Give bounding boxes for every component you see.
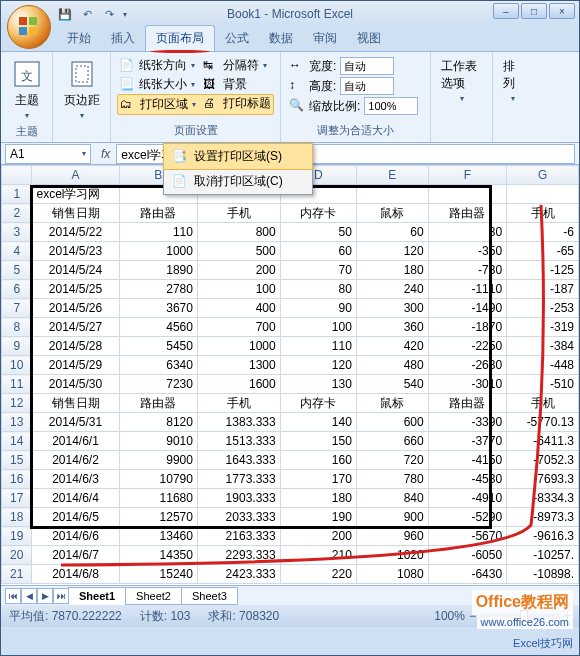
- cell[interactable]: 2014/5/26: [32, 299, 119, 318]
- tab-home[interactable]: 开始: [57, 26, 101, 51]
- cell[interactable]: 220: [280, 565, 356, 584]
- cell[interactable]: 鼠标: [356, 204, 428, 223]
- cell[interactable]: -65: [507, 242, 579, 261]
- cell[interactable]: 90: [280, 299, 356, 318]
- cell[interactable]: -4530: [428, 470, 506, 489]
- cell[interactable]: 30: [428, 223, 506, 242]
- first-sheet-button[interactable]: ⏮: [5, 588, 21, 604]
- cell[interactable]: 1000: [197, 337, 280, 356]
- cell[interactable]: 80: [280, 280, 356, 299]
- row-header[interactable]: 15: [2, 451, 32, 470]
- cell[interactable]: -2630: [428, 356, 506, 375]
- cell[interactable]: 2780: [119, 280, 197, 299]
- cell[interactable]: 1903.333: [197, 489, 280, 508]
- cell[interactable]: 10790: [119, 470, 197, 489]
- cell[interactable]: 700: [197, 318, 280, 337]
- cell[interactable]: 2014/5/27: [32, 318, 119, 337]
- cell[interactable]: 2014/6/3: [32, 470, 119, 489]
- cell[interactable]: 2014/5/23: [32, 242, 119, 261]
- cell[interactable]: 780: [356, 470, 428, 489]
- breaks-button[interactable]: ↹分隔符▾: [201, 56, 273, 75]
- zoom-slider[interactable]: [480, 614, 560, 618]
- cell[interactable]: 2014/6/2: [32, 451, 119, 470]
- cell[interactable]: 1383.333: [197, 413, 280, 432]
- cell[interactable]: -3770: [428, 432, 506, 451]
- cell[interactable]: 1643.333: [197, 451, 280, 470]
- row-header[interactable]: 17: [2, 489, 32, 508]
- cell[interactable]: -1870: [428, 318, 506, 337]
- cell[interactable]: 路由器: [119, 394, 197, 413]
- cell[interactable]: 1300: [197, 356, 280, 375]
- cell[interactable]: 1600: [197, 375, 280, 394]
- office-button[interactable]: [7, 5, 51, 49]
- name-box[interactable]: A1▾: [5, 144, 91, 164]
- cell[interactable]: 160: [280, 451, 356, 470]
- cell[interactable]: 110: [119, 223, 197, 242]
- cell[interactable]: 240: [356, 280, 428, 299]
- cell[interactable]: 2014/5/28: [32, 337, 119, 356]
- cell[interactable]: 2014/5/25: [32, 280, 119, 299]
- cell[interactable]: -5290: [428, 508, 506, 527]
- cell[interactable]: 1513.333: [197, 432, 280, 451]
- cell[interactable]: -125: [507, 261, 579, 280]
- maximize-button[interactable]: □: [521, 3, 547, 19]
- cell[interactable]: 200: [197, 261, 280, 280]
- themes-button[interactable]: 文 主题 ▾: [7, 56, 46, 122]
- row-header[interactable]: 20: [2, 546, 32, 565]
- row-header[interactable]: 3: [2, 223, 32, 242]
- cell[interactable]: 5450: [119, 337, 197, 356]
- print-titles-button[interactable]: 🖨打印标题: [201, 94, 273, 113]
- row-header[interactable]: 11: [2, 375, 32, 394]
- cell[interactable]: 840: [356, 489, 428, 508]
- cell[interactable]: 13460: [119, 527, 197, 546]
- tab-data[interactable]: 数据: [259, 26, 303, 51]
- cell[interactable]: 路由器: [428, 394, 506, 413]
- tab-review[interactable]: 审阅: [303, 26, 347, 51]
- tab-insert[interactable]: 插入: [101, 26, 145, 51]
- cell[interactable]: 15240: [119, 565, 197, 584]
- cell[interactable]: 4560: [119, 318, 197, 337]
- cell[interactable]: excel学习网: [32, 185, 119, 204]
- cell[interactable]: 2014/5/29: [32, 356, 119, 375]
- width-select[interactable]: [340, 57, 394, 75]
- cell[interactable]: -9616.3: [507, 527, 579, 546]
- redo-icon[interactable]: ↷: [101, 6, 117, 22]
- cell[interactable]: 手机: [197, 394, 280, 413]
- cell[interactable]: 900: [356, 508, 428, 527]
- margins-button[interactable]: 页边距 ▾: [59, 56, 104, 122]
- cell[interactable]: 140: [280, 413, 356, 432]
- row-header[interactable]: 19: [2, 527, 32, 546]
- cell[interactable]: 1020: [356, 546, 428, 565]
- cell[interactable]: 190: [280, 508, 356, 527]
- cell[interactable]: 480: [356, 356, 428, 375]
- cell[interactable]: -8973.3: [507, 508, 579, 527]
- cell[interactable]: 2014/6/1: [32, 432, 119, 451]
- cell[interactable]: 540: [356, 375, 428, 394]
- row-header[interactable]: 9: [2, 337, 32, 356]
- cell[interactable]: 100: [280, 318, 356, 337]
- row-header[interactable]: 21: [2, 565, 32, 584]
- cell[interactable]: -730: [428, 261, 506, 280]
- cell[interactable]: 360: [356, 318, 428, 337]
- scale-input[interactable]: [364, 97, 418, 115]
- col-header-G[interactable]: G: [507, 166, 579, 185]
- cell[interactable]: 70: [280, 261, 356, 280]
- row-header[interactable]: 13: [2, 413, 32, 432]
- row-header[interactable]: 1: [2, 185, 32, 204]
- cell[interactable]: 2014/6/6: [32, 527, 119, 546]
- cell[interactable]: -10257.: [507, 546, 579, 565]
- col-header-E[interactable]: E: [356, 166, 428, 185]
- cell[interactable]: 420: [356, 337, 428, 356]
- cell[interactable]: 2014/6/7: [32, 546, 119, 565]
- undo-icon[interactable]: ↶: [79, 6, 95, 22]
- cell[interactable]: -7052.3: [507, 451, 579, 470]
- cell[interactable]: -1110: [428, 280, 506, 299]
- cell[interactable]: -510: [507, 375, 579, 394]
- cell[interactable]: 2014/6/4: [32, 489, 119, 508]
- cell[interactable]: -3010: [428, 375, 506, 394]
- minimize-button[interactable]: –: [493, 3, 519, 19]
- sheet-tab-1[interactable]: Sheet1: [68, 587, 126, 605]
- cell[interactable]: 2293.333: [197, 546, 280, 565]
- cell[interactable]: 8120: [119, 413, 197, 432]
- cell[interactable]: 路由器: [119, 204, 197, 223]
